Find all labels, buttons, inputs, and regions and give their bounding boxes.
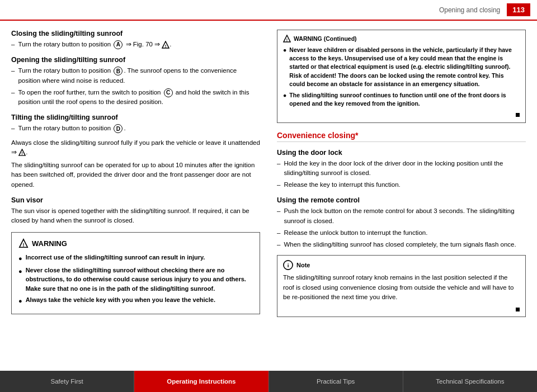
warning-bullet-2: ● Never close the sliding/tilting sunroo… [18,266,253,294]
remote-control-title: Using the remote control [277,196,526,204]
opening-sunroof-title: Opening the sliding/tilting sunroof [11,56,260,64]
page-header: Opening and closing 113 [0,0,537,21]
footer-operating-instructions[interactable]: Operating Instructions [134,371,268,392]
svg-text:!: ! [23,242,25,248]
svg-text:!: ! [286,38,288,42]
warning-cont-bullet-1: ● Never leave children or disabled perso… [283,46,520,88]
main-content: Closing the sliding/tilting sunroof – Tu… [0,21,537,366]
warning-bullet-3: ● Always take the vehicle key with you w… [18,295,253,306]
warning-title: WARNING [32,239,67,248]
tilting-sunroof-title: Tilting the sliding/tilting sunroof [11,114,260,121]
remote-bullet-2: – Release the unlock button to interrupt… [277,228,526,238]
badge-c: C [164,88,173,97]
badge-b: B [114,67,123,75]
convenience-closing-heading: Convenience closing* [277,131,526,142]
always-close-note: Always close the sliding/tilting sunroof… [11,138,260,158]
warning-continued-header: ! WARNING (Continued) [283,35,520,42]
note-info-icon: i [283,260,293,270]
svg-text:i: i [288,262,289,268]
page-number: 113 [507,3,530,16]
note-title: Note [296,262,310,268]
sun-visor-title: Sun visor [11,196,260,204]
svg-text:!: ! [21,151,22,156]
note-header: i Note [283,260,520,270]
remote-bullet-3: – When the sliding/tilting sunroof has c… [277,240,526,249]
badge-a: A [114,40,123,49]
remote-bullet-1: – Push the lock button on the remote con… [277,206,526,226]
warning-continued-box: ! WARNING (Continued) ● Never leave chil… [277,30,526,123]
svg-text:!: ! [165,44,167,49]
warning-triangle-icon: ! [18,238,29,248]
footer-safety-first[interactable]: Safety First [0,371,134,392]
left-column: Closing the sliding/tilting sunroof – Tu… [11,30,266,357]
right-column: ! WARNING (Continued) ● Never leave chil… [277,30,526,357]
footer-bar: Safety First Operating Instructions Prac… [0,371,537,392]
sun-visor-text: The sun visor is opened together with th… [11,206,260,226]
warning-header: ! WARNING [18,238,253,248]
door-lock-bullet-2: – Release the key to interrupt this func… [277,180,526,190]
ten-minutes-note: The sliding/tilting sunroof can be opera… [11,160,260,190]
footer-technical-specifications[interactable]: Technical Specifications [403,371,537,392]
warning-cont-bullet-2: ● The sliding/tilting sunroof continues … [283,91,520,108]
warning-continued-icon: ! [283,35,291,42]
section-end-marker [516,113,520,117]
warning-bullet-1: ● Incorrect use of the sliding/tilting s… [18,253,253,263]
closing-sunroof-title: Closing the sliding/tilting sunroof [11,30,260,37]
door-lock-bullet-1: – Hold the key in the door lock of the d… [277,159,526,178]
door-lock-title: Using the door lock [277,149,526,157]
warning-box: ! WARNING ● Incorrect use of the sliding… [11,232,260,314]
note-box: i Note The sliding/tilting sunroof rotar… [277,255,526,317]
tilting-bullet-1: – Turn the rotary button to position D. [11,124,260,133]
note-text: The sliding/tilting sunroof rotary knob … [283,273,520,302]
opening-bullet-2: – To open the roof further, turn the swi… [11,88,260,107]
chapter-title: Opening and closing [439,6,500,14]
section-end-marker-2 [516,308,520,311]
warning-continued-title: WARNING (Continued) [294,35,357,42]
footer-practical-tips[interactable]: Practical Tips [269,371,403,392]
opening-bullet-1: – Turn the rotary button to position B. … [11,66,260,86]
closing-bullet-1: – Turn the rotary button to position A ⇒… [11,40,260,49]
badge-d: D [114,124,123,133]
